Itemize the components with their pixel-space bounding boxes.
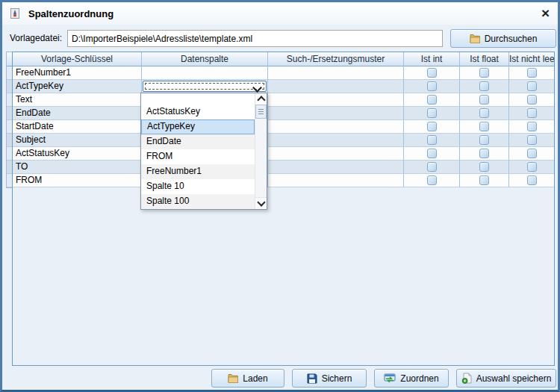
checkbox[interactable] [427, 149, 437, 158]
muster-cell[interactable] [268, 66, 404, 80]
checkbox[interactable] [527, 95, 537, 105]
browse-button-label: Durchsuchen [485, 34, 538, 44]
table-row: StartDate [13, 120, 554, 134]
key-cell: EndDate [13, 107, 142, 120]
close-icon[interactable]: × [541, 4, 550, 22]
checkbox[interactable] [479, 81, 489, 91]
checkbox[interactable] [479, 135, 489, 145]
scroll-down-button[interactable] [255, 197, 267, 209]
open-folder-icon [228, 373, 238, 383]
checkbox[interactable] [527, 149, 537, 158]
table-row: FROM [13, 174, 554, 187]
column-header-such-ersetzungsmuster[interactable]: Such-/Ersetzungsmuster [268, 52, 404, 66]
save-button-label: Sichern [322, 373, 352, 384]
column-header-vorlage-schluessel[interactable]: Vorlage-Schlüssel [13, 52, 142, 66]
muster-cell[interactable] [268, 120, 404, 134]
checkbox[interactable] [427, 162, 437, 172]
save-selection-button[interactable]: Auswahl speichern [456, 369, 556, 388]
table-row: EndDate [13, 107, 554, 120]
dropdown-item[interactable]: Spalte 100 [141, 194, 255, 209]
checkbox[interactable] [427, 122, 437, 131]
key-cell: StartDate [13, 120, 142, 134]
scrollbar-thumb[interactable] [255, 105, 267, 119]
assign-table-icon [384, 373, 396, 384]
checkbox[interactable] [527, 68, 537, 78]
checkbox[interactable] [479, 162, 489, 172]
assign-button-label: Zuordnen [400, 373, 438, 384]
datenspalte-dropdown-popup: ActStatusKey ActTypeKey EndDate FROM Fre… [140, 93, 267, 210]
datenspalte-combobox[interactable] [143, 81, 267, 92]
key-cell: Text [13, 93, 142, 107]
checkbox[interactable] [527, 81, 537, 91]
checkbox[interactable] [479, 175, 489, 185]
muster-cell[interactable] [268, 161, 404, 174]
dropdown-item[interactable]: FROM [141, 149, 255, 164]
checkbox[interactable] [479, 149, 489, 158]
dropdown-item[interactable]: Spalte 10 [141, 179, 255, 194]
checkbox[interactable] [427, 175, 437, 185]
table-row: ActStatusKey [13, 147, 554, 161]
dropdown-item-blank[interactable] [141, 93, 255, 105]
table-row: Text [13, 93, 554, 107]
column-header-ist-float[interactable]: Ist float [460, 52, 509, 66]
grid-body: Vorlage-Schlüssel Datenspalte Such-/Erse… [12, 52, 555, 366]
key-cell: TO [13, 161, 142, 174]
dropdown-scrollbar[interactable] [255, 93, 267, 209]
checkbox[interactable] [527, 175, 537, 185]
key-cell: ActStatusKey [13, 147, 142, 161]
assign-button[interactable]: Zuordnen [374, 369, 449, 388]
scroll-up-button[interactable] [255, 93, 267, 105]
checkbox[interactable] [527, 122, 537, 131]
column-header-ist-nicht-leer[interactable]: Ist nicht leer [509, 52, 554, 66]
dropdown-items: ActStatusKey ActTypeKey EndDate FROM Fre… [141, 93, 255, 209]
page-title: Spaltenzuordnung [28, 8, 113, 19]
checkbox[interactable] [427, 108, 437, 118]
browse-button[interactable]: Durchsuchen [450, 29, 556, 48]
datenspalte-cell[interactable] [142, 66, 268, 80]
checkbox[interactable] [427, 68, 437, 78]
key-cell: Subject [13, 134, 142, 147]
save-button[interactable]: Sichern [292, 369, 367, 388]
table-row: Subject [13, 134, 554, 147]
muster-cell[interactable] [268, 147, 404, 161]
checkbox[interactable] [479, 68, 489, 78]
chevron-down-icon [257, 198, 265, 206]
save-selection-button-label: Auswahl speichern [476, 373, 552, 384]
checkbox[interactable] [427, 81, 437, 91]
checkbox[interactable] [427, 95, 437, 105]
template-file-input[interactable] [67, 30, 443, 47]
muster-cell[interactable] [268, 174, 404, 187]
column-header-ist-int[interactable]: Ist int [404, 52, 460, 66]
dropdown-item-selected[interactable]: ActTypeKey [141, 119, 255, 134]
key-cell: ActTypeKey [13, 80, 142, 93]
app-icon [9, 7, 21, 19]
dropdown-item[interactable]: FreeNumber1 [141, 164, 255, 179]
checkbox[interactable] [527, 108, 537, 118]
checkbox[interactable] [479, 95, 489, 105]
chevron-up-icon [257, 96, 265, 104]
checkbox[interactable] [479, 108, 489, 118]
muster-cell[interactable] [268, 107, 404, 120]
key-cell: FreeNumber1 [13, 66, 142, 80]
dropdown-item[interactable]: ActStatusKey [141, 105, 255, 119]
spaltenzuordnung-dialog: Spaltenzuordnung × Vorlagedatei: Durchsu… [0, 0, 560, 392]
muster-cell[interactable] [268, 93, 404, 107]
checkbox[interactable] [479, 122, 489, 131]
muster-cell[interactable] [268, 80, 404, 93]
mapping-grid: Vorlage-Schlüssel Datenspalte Such-/Erse… [6, 52, 555, 366]
checkbox[interactable] [427, 135, 437, 145]
checkbox[interactable] [527, 135, 537, 145]
checkbox[interactable] [527, 162, 537, 172]
datenspalte-cell [142, 80, 268, 93]
key-cell: FROM [13, 174, 142, 187]
floppy-disk-icon [307, 373, 317, 384]
save-selection-icon [461, 373, 472, 384]
chevron-down-icon[interactable] [252, 83, 262, 93]
table-row: TO [13, 161, 554, 174]
template-file-label: Vorlagedatei: [10, 33, 62, 43]
column-header-datenspalte[interactable]: Datenspalte [142, 52, 268, 66]
load-button[interactable]: Laden [211, 369, 284, 388]
dropdown-item[interactable]: EndDate [141, 134, 255, 149]
titlebar: Spaltenzuordnung × [2, 2, 558, 25]
muster-cell[interactable] [268, 134, 404, 147]
